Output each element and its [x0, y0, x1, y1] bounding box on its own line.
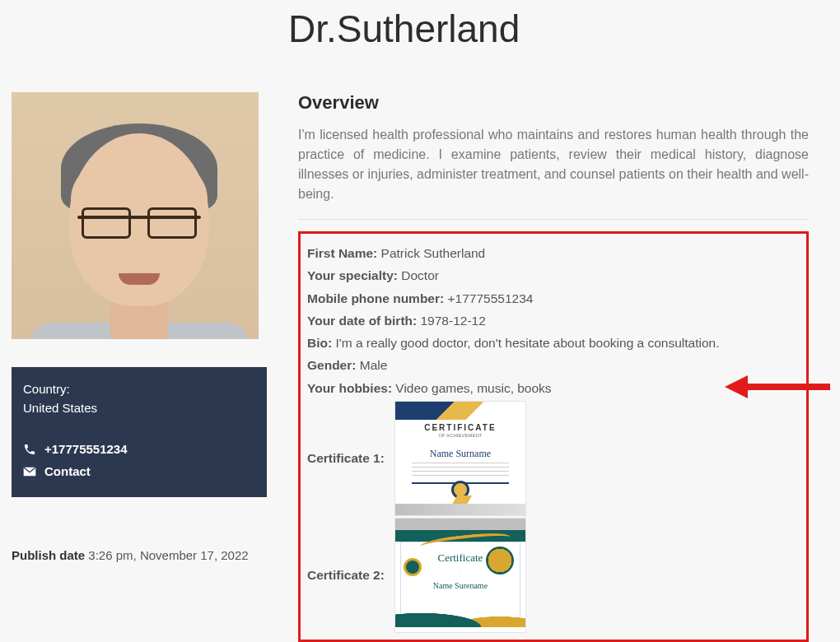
detail-first-name: First Name: Patrick Sutherland	[307, 244, 800, 263]
detail-specialty: Your specialty: Doctor	[307, 266, 800, 285]
left-column: Country: United States +17775551234 Cont…	[12, 92, 267, 642]
section-divider	[298, 219, 809, 220]
detail-hobbies: Your hobbies: Video games, music, books	[307, 379, 800, 398]
avatar	[12, 92, 259, 339]
phone-value: +17775551234	[44, 440, 128, 459]
overview-heading: Overview	[298, 92, 809, 114]
detail-mobile: Mobile phone number: +17775551234	[307, 289, 800, 308]
mail-icon	[23, 467, 36, 477]
publish-date-label: Publish date	[12, 548, 85, 562]
publish-date-value: 3:26 pm, November 17, 2022	[88, 548, 248, 562]
detail-gender: Gender: Male	[307, 356, 800, 374]
contact-label: Contact	[44, 463, 91, 482]
details-box-highlighted: First Name: Patrick Sutherland Your spec…	[298, 231, 809, 642]
page-title: Dr.Sutherland	[288, 7, 840, 51]
certificate-2-image[interactable]: Certificate · Name Surename	[394, 518, 526, 633]
main-layout: Country: United States +17775551234 Cont…	[0, 92, 840, 642]
detail-dob: Your date of birth: 1978-12-12	[307, 311, 800, 330]
certificate-1-row: Certificate 1: CERTIFICATE OF ACHIEVEMEN…	[307, 401, 800, 516]
certificate-2-row: Certificate 2: Certificate · Name Surena…	[307, 518, 800, 633]
right-column: Overview I'm licensed health professiona…	[298, 92, 809, 642]
contact-row[interactable]: Contact	[23, 463, 255, 482]
certificate-1-label: Certificate 1:	[307, 451, 385, 466]
overview-text: I'm licensed health professional who mai…	[298, 125, 809, 204]
contact-card: Country: United States +17775551234 Cont…	[12, 367, 267, 497]
detail-bio: Bio: I'm a really good doctor, don't hes…	[307, 333, 800, 352]
country-label: Country:	[23, 380, 255, 399]
publish-date: Publish date 3:26 pm, November 17, 2022	[12, 548, 267, 562]
country-value: United States	[23, 399, 255, 418]
certificate-1-image[interactable]: CERTIFICATE OF ACHIEVEMENT Name Surname	[394, 401, 526, 516]
phone-icon	[23, 443, 36, 456]
phone-row[interactable]: +17775551234	[23, 440, 255, 459]
certificate-2-label: Certificate 2:	[307, 568, 385, 583]
